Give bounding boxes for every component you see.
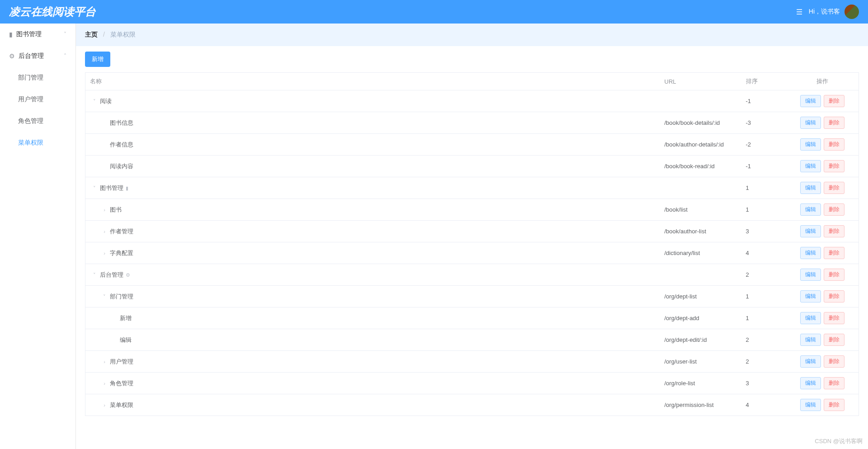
menu-icon[interactable]: ☰ [796, 8, 802, 16]
edit-button[interactable]: 编辑 [800, 377, 821, 389]
table-row: ›用户管理/org/user-list2编辑删除 [85, 351, 859, 373]
table-row: ›字典配置/dictionary/list4编辑删除 [85, 242, 859, 264]
row-name: 角色管理 [110, 380, 133, 387]
sidebar-item-label: 后台管理 [19, 52, 44, 60]
collapse-icon[interactable]: ˅ [92, 272, 97, 278]
sidebar-item-后台管理[interactable]: ⚙后台管理˄ [0, 45, 75, 67]
delete-button[interactable]: 删除 [824, 377, 844, 389]
delete-button[interactable]: 删除 [824, 138, 844, 151]
delete-button[interactable]: 删除 [824, 290, 844, 302]
sidebar-item-图书管理[interactable]: ▮图书管理˅ [0, 24, 75, 45]
delete-button[interactable]: 删除 [824, 182, 844, 194]
expand-icon[interactable]: › [102, 207, 107, 213]
delete-button[interactable]: 删除 [824, 334, 844, 346]
expand-icon[interactable]: › [102, 402, 107, 408]
row-url: /org/dept-add [660, 307, 741, 329]
row-url: /org/role-list [660, 373, 741, 394]
breadcrumb-home[interactable]: 主页 [85, 31, 98, 38]
delete-button[interactable]: 删除 [824, 203, 844, 216]
row-url: /book/book-read/:id [660, 156, 741, 177]
row-extra-icon: ▮ [124, 185, 128, 191]
edit-button[interactable]: 编辑 [800, 225, 821, 237]
row-name: 新增 [120, 315, 132, 321]
collapse-icon[interactable]: ˅ [102, 294, 107, 300]
edit-button[interactable]: 编辑 [800, 95, 821, 107]
sidebar-item-label: 用户管理 [18, 95, 43, 104]
col-sort: 排序 [741, 73, 787, 90]
expand-icon[interactable]: › [102, 381, 107, 386]
user-area[interactable]: ☰ Hi，说书客 [796, 5, 859, 19]
row-sort: 2 [741, 351, 787, 373]
collapse-icon[interactable]: ˅ [92, 99, 97, 104]
row-url: /dictionary/list [660, 242, 741, 264]
row-url: /book/author-details/:id [660, 134, 741, 156]
row-name: 编辑 [120, 336, 132, 343]
edit-button[interactable]: 编辑 [800, 269, 821, 281]
row-url: /org/user-list [660, 351, 741, 373]
edit-button[interactable]: 编辑 [800, 182, 821, 194]
menu-table: 名称 URL 排序 操作 ˅阅读-1编辑删除 图书信息/book/book-de… [85, 72, 859, 416]
edit-button[interactable]: 编辑 [800, 138, 821, 151]
table-row: ˅图书管理 ▮1编辑删除 [85, 177, 859, 199]
row-url [660, 177, 741, 199]
row-name: 后台管理 [100, 271, 123, 278]
table-row: ›角色管理/org/role-list3编辑删除 [85, 373, 859, 394]
gear-icon: ⚙ [9, 52, 15, 60]
expand-icon[interactable]: › [102, 359, 107, 364]
col-op: 操作 [787, 73, 859, 90]
row-sort: -3 [741, 112, 787, 134]
delete-button[interactable]: 删除 [824, 312, 844, 324]
col-name: 名称 [85, 73, 660, 90]
breadcrumb-current: 菜单权限 [110, 31, 136, 38]
delete-button[interactable]: 删除 [824, 247, 844, 259]
add-button[interactable]: 新增 [85, 52, 110, 67]
row-url: /org/dept-edit/:id [660, 329, 741, 351]
delete-button[interactable]: 删除 [824, 95, 844, 107]
edit-button[interactable]: 编辑 [800, 399, 821, 411]
sidebar-item-菜单权限[interactable]: 菜单权限 [0, 132, 75, 154]
sidebar-item-用户管理[interactable]: 用户管理 [0, 89, 75, 110]
avatar[interactable] [844, 5, 859, 19]
delete-button[interactable]: 删除 [824, 225, 844, 237]
user-greeting: Hi，说书客 [809, 8, 840, 16]
top-header: 凌云在线阅读平台 ☰ Hi，说书客 [0, 0, 868, 24]
edit-button[interactable]: 编辑 [800, 312, 821, 324]
row-name: 字典配置 [110, 250, 133, 256]
row-name: 作者管理 [110, 228, 133, 235]
delete-button[interactable]: 删除 [824, 269, 844, 281]
expand-icon[interactable]: › [102, 229, 107, 234]
edit-button[interactable]: 编辑 [800, 160, 821, 172]
edit-button[interactable]: 编辑 [800, 247, 821, 259]
table-row: ˅后台管理 ⚙2编辑删除 [85, 264, 859, 286]
sidebar-item-label: 角色管理 [18, 117, 43, 125]
delete-button[interactable]: 删除 [824, 117, 844, 129]
table-row: ›图书/book/list1编辑删除 [85, 199, 859, 221]
table-row: ›菜单权限/org/permission-list4编辑删除 [85, 394, 859, 416]
delete-button[interactable]: 删除 [824, 355, 844, 368]
row-sort: 1 [741, 177, 787, 199]
row-sort: -1 [741, 156, 787, 177]
edit-button[interactable]: 编辑 [800, 290, 821, 302]
collapse-icon[interactable]: ˅ [92, 185, 97, 191]
row-url: /book/author-list [660, 221, 741, 242]
sidebar-item-角色管理[interactable]: 角色管理 [0, 110, 75, 132]
table-row: ˅阅读-1编辑删除 [85, 90, 859, 112]
sidebar-item-部门管理[interactable]: 部门管理 [0, 67, 75, 89]
row-sort: 4 [741, 242, 787, 264]
table-row: 阅读内容/book/book-read/:id-1编辑删除 [85, 156, 859, 177]
row-url: /book/book-details/:id [660, 112, 741, 134]
row-sort: -1 [741, 90, 787, 112]
delete-button[interactable]: 删除 [824, 399, 844, 411]
edit-button[interactable]: 编辑 [800, 334, 821, 346]
delete-button[interactable]: 删除 [824, 160, 844, 172]
edit-button[interactable]: 编辑 [800, 117, 821, 129]
breadcrumb-separator: / [103, 31, 105, 38]
table-row: ›作者管理/book/author-list3编辑删除 [85, 221, 859, 242]
edit-button[interactable]: 编辑 [800, 355, 821, 368]
row-name: 作者信息 [110, 141, 133, 148]
row-sort: 1 [741, 286, 787, 307]
edit-button[interactable]: 编辑 [800, 203, 821, 216]
row-name: 用户管理 [110, 358, 133, 365]
expand-icon[interactable]: › [102, 250, 107, 256]
row-url: /org/dept-list [660, 286, 741, 307]
